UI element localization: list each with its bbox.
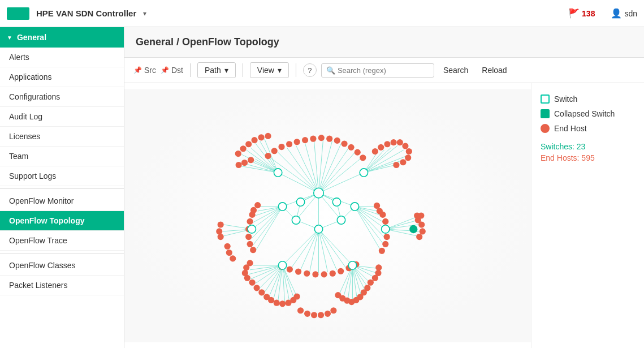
svg-point-182	[304, 270, 310, 277]
svg-point-124	[251, 137, 257, 143]
toolbar-sep-2	[243, 63, 243, 77]
svg-point-164	[218, 234, 224, 240]
search-input[interactable]	[338, 66, 429, 75]
sidebar-item-support-logs[interactable]: Support Logs	[0, 166, 124, 186]
svg-point-110	[286, 141, 292, 147]
sidebar-arrow-icon: ▼	[7, 35, 12, 41]
svg-point-143	[245, 234, 252, 240]
svg-point-158	[420, 228, 426, 234]
svg-point-116	[334, 138, 340, 144]
sidebar-divider-2	[0, 253, 124, 254]
svg-point-167	[258, 289, 265, 295]
dst-pin-label: 📌 Dst	[161, 66, 183, 75]
sidebar-item-licenses[interactable]: Licenses	[0, 127, 124, 147]
app-dropdown-arrow[interactable]: ▾	[143, 10, 146, 18]
view-dropdown-button[interactable]: View ▾	[250, 62, 289, 78]
reload-button[interactable]: Reload	[477, 63, 511, 77]
svg-point-207	[230, 255, 236, 261]
sidebar-item-audit-log[interactable]: Audit Log	[0, 107, 124, 127]
src-label: Src	[144, 66, 156, 75]
svg-point-130	[372, 148, 378, 154]
topology-canvas[interactable]	[124, 83, 531, 348]
sidebar-item-configurations[interactable]: Configurations	[0, 87, 124, 107]
path-label: Path	[205, 66, 221, 75]
svg-point-220	[278, 261, 286, 269]
svg-point-216	[351, 203, 358, 210]
svg-point-213	[296, 198, 304, 206]
search-box[interactable]: 🔍	[321, 63, 434, 78]
svg-point-114	[318, 135, 325, 141]
svg-point-144	[247, 241, 253, 247]
sidebar-item-applications[interactable]: Applications	[0, 67, 124, 87]
svg-point-135	[402, 143, 408, 149]
end-hosts-stat: End Hosts: 595	[541, 153, 635, 162]
svg-point-149	[382, 218, 388, 225]
svg-point-125	[258, 134, 264, 140]
search-icon: 🔍	[326, 66, 335, 75]
svg-point-171	[279, 300, 286, 307]
svg-point-224	[409, 225, 417, 233]
legend-stats: Switches: 23 End Hosts: 595	[541, 142, 635, 162]
svg-point-132	[384, 141, 390, 147]
svg-point-221	[348, 261, 356, 269]
src-pin-icon: 📌	[133, 66, 142, 74]
help-button[interactable]: ?	[303, 63, 317, 77]
legend-panel: Switch Collapsed Switch End Host Switche…	[531, 83, 644, 348]
svg-point-181	[295, 268, 301, 274]
legend-collapsed-switch: Collapsed Switch	[541, 109, 635, 118]
svg-point-111	[294, 139, 300, 145]
svg-point-211	[274, 169, 282, 177]
svg-point-183	[312, 271, 318, 277]
alerts-indicator[interactable]: 🚩 138	[568, 8, 595, 19]
sidebar-item-openflow-monitor[interactable]: OpenFlow Monitor	[0, 191, 124, 211]
svg-point-113	[310, 136, 316, 142]
svg-point-202	[304, 311, 310, 317]
svg-point-215	[278, 203, 286, 210]
svg-point-218	[337, 216, 345, 224]
svg-point-170	[274, 300, 280, 306]
legend-end-host: End Host	[541, 124, 635, 133]
user-menu[interactable]: 👤 sdn	[611, 8, 637, 19]
collapsed-switch-legend-label: Collapsed Switch	[554, 109, 615, 118]
sidebar-item-alerts[interactable]: Alerts	[0, 48, 124, 67]
sidebar-item-openflow-classes[interactable]: OpenFlow Classes	[0, 256, 124, 276]
path-dropdown-button[interactable]: Path ▾	[197, 62, 236, 78]
sidebar-section-general[interactable]: ▼ General	[0, 27, 124, 48]
search-button[interactable]: Search	[439, 63, 473, 77]
svg-point-128	[241, 160, 248, 166]
toolbar: 📌 Src 📌 Dst Path ▾ View ▾ ? 🔍	[124, 58, 644, 83]
sidebar-item-team[interactable]: Team	[0, 147, 124, 166]
svg-point-189	[368, 280, 374, 286]
svg-point-186	[338, 268, 344, 274]
sidebar-item-packet-listeners[interactable]: Packet Listeners	[0, 276, 124, 295]
svg-point-214	[332, 198, 340, 206]
sidebar-item-openflow-topology[interactable]: OpenFlow Topology	[0, 211, 124, 231]
svg-point-118	[348, 144, 354, 151]
svg-point-133	[391, 139, 397, 145]
page-title: General / OpenFlow Topology	[124, 27, 644, 58]
dst-pin-icon: 📌	[161, 66, 169, 74]
svg-point-155	[377, 208, 383, 214]
svg-point-212	[360, 169, 368, 177]
svg-point-201	[297, 307, 304, 313]
svg-point-209	[224, 243, 231, 250]
svg-point-219	[314, 225, 322, 233]
svg-point-165	[249, 280, 255, 286]
svg-point-129	[236, 162, 242, 168]
svg-point-136	[406, 148, 412, 154]
svg-point-151	[384, 234, 390, 240]
svg-point-108	[271, 148, 278, 154]
sidebar-item-openflow-trace[interactable]: OpenFlow Trace	[0, 231, 124, 251]
topology-svg	[124, 83, 531, 348]
flag-icon: 🚩	[568, 8, 580, 19]
src-pin-label: 📌 Src	[133, 66, 156, 75]
svg-point-185	[330, 270, 336, 277]
svg-point-178	[247, 260, 253, 266]
sidebar-section-label: General	[17, 33, 46, 42]
svg-point-222	[248, 225, 256, 233]
switches-stat: Switches: 23	[541, 142, 635, 151]
svg-point-123	[245, 141, 252, 147]
collapsed-switch-legend-box	[541, 109, 550, 118]
svg-point-153	[379, 248, 385, 254]
path-dropdown-arrow: ▾	[224, 66, 228, 75]
